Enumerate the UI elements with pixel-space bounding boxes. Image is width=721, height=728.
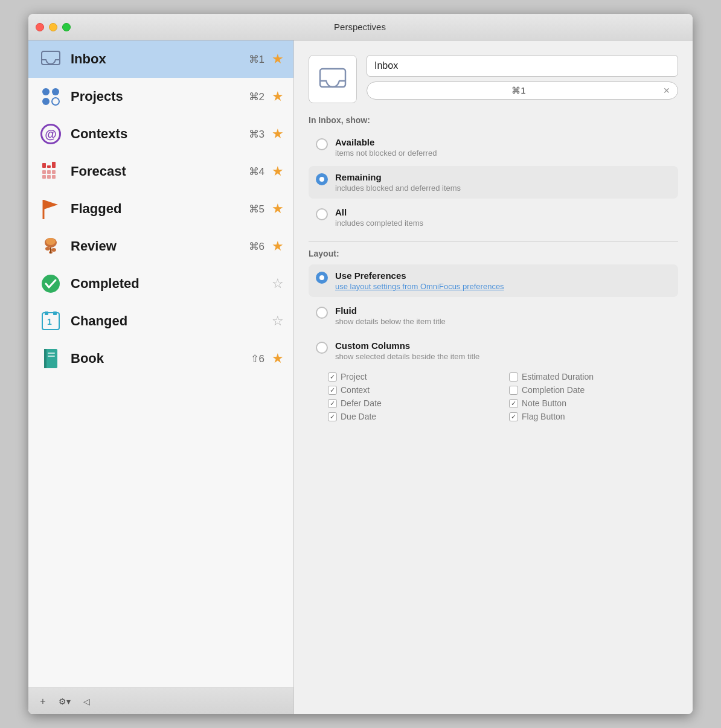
layout-section-label: Layout:: [309, 249, 678, 258]
checkbox-defer-date-box: [328, 399, 337, 408]
sidebar-list: Inbox ⌘1 ★ Projects ⌘2: [28, 40, 293, 688]
radio-fluid-circle: [316, 307, 328, 319]
checkbox-project[interactable]: Project: [328, 372, 497, 382]
forecast-icon: [38, 159, 63, 184]
svg-point-17: [46, 238, 56, 245]
radio-remaining-label: Remaining: [335, 172, 461, 182]
sidebar-item-inbox-star[interactable]: ★: [272, 51, 284, 67]
sidebar-item-contexts-shortcut: ⌘3: [249, 128, 264, 141]
svg-rect-0: [42, 51, 60, 65]
checkbox-completion-date[interactable]: Completion Date: [509, 385, 678, 395]
sidebar-item-flagged-star[interactable]: ★: [272, 201, 284, 217]
checkbox-grid: Project Estimated Duration Context Compl…: [328, 372, 678, 421]
radio-available[interactable]: Available items not blocked or deferred: [309, 131, 678, 164]
sidebar-item-flagged-label: Flagged: [71, 201, 249, 217]
svg-rect-28: [44, 349, 46, 368]
radio-remaining-sublabel: includes blocked and deferred items: [335, 184, 461, 193]
sidebar-item-book-star[interactable]: ★: [272, 351, 284, 366]
perspective-name-input[interactable]: [367, 55, 678, 77]
radio-fluid-text: Fluid show details below the item title: [335, 305, 446, 326]
sidebar-item-completed[interactable]: Completed ☆: [28, 265, 293, 302]
sidebar-item-contexts-label: Contexts: [71, 126, 249, 142]
checkbox-flag-button[interactable]: Flag Button: [509, 412, 678, 421]
checkbox-note-button[interactable]: Note Button: [509, 398, 678, 408]
contexts-icon: @: [38, 121, 63, 147]
sidebar-item-contexts-star[interactable]: ★: [272, 126, 284, 142]
sidebar-item-review-star[interactable]: ★: [272, 238, 284, 254]
sidebar-item-changed-label: Changed: [71, 313, 264, 329]
projects-icon: [38, 84, 63, 109]
sidebar-item-flagged[interactable]: Flagged ⌘5 ★: [28, 190, 293, 228]
main-content: Inbox ⌘1 ★ Projects ⌘2: [28, 40, 693, 714]
checkbox-defer-date[interactable]: Defer Date: [328, 398, 497, 408]
svg-point-18: [45, 247, 50, 251]
svg-marker-14: [43, 200, 58, 209]
radio-use-preferences[interactable]: Use Preferences use layout settings from…: [309, 264, 678, 297]
collapse-sidebar-button[interactable]: ◁: [77, 693, 96, 710]
radio-available-sublabel: items not blocked or deferred: [335, 148, 437, 158]
sidebar-item-changed-star[interactable]: ☆: [272, 313, 284, 329]
radio-custom-columns-text: Custom Columns show selected details bes…: [335, 340, 479, 361]
sidebar-item-projects-shortcut: ⌘2: [249, 91, 264, 103]
radio-custom-columns-circle: [316, 342, 328, 354]
close-button[interactable]: [36, 23, 44, 31]
radio-remaining[interactable]: Remaining includes blocked and deferred …: [309, 166, 678, 199]
clear-shortcut-button[interactable]: ✕: [663, 86, 670, 95]
maximize-button[interactable]: [62, 23, 71, 31]
completed-icon: [38, 271, 63, 296]
settings-button[interactable]: ⚙▾: [55, 693, 74, 710]
sidebar-item-forecast[interactable]: Forecast ⌘4 ★: [28, 153, 293, 190]
inbox-icon: [38, 46, 63, 72]
svg-rect-7: [52, 162, 56, 168]
svg-point-4: [52, 98, 59, 105]
add-perspective-button[interactable]: +: [33, 693, 53, 710]
sidebar-item-contexts[interactable]: @ Contexts ⌘3 ★: [28, 115, 293, 153]
sidebar-item-completed-star[interactable]: ☆: [272, 276, 284, 292]
checkbox-estimated-duration[interactable]: Estimated Duration: [509, 372, 678, 382]
detail-panel: ⌘1 ✕ In Inbox, show: Available items not…: [294, 40, 693, 714]
svg-rect-6: [47, 165, 51, 168]
radio-all-sublabel: includes completed items: [335, 219, 423, 228]
checkbox-project-box: [328, 372, 337, 382]
checkbox-context[interactable]: Context: [328, 385, 497, 395]
radio-use-preferences-label: Use Preferences: [335, 270, 504, 281]
radio-fluid-sublabel: show details below the item title: [335, 317, 446, 326]
sidebar: Inbox ⌘1 ★ Projects ⌘2: [28, 40, 294, 714]
radio-custom-columns-label: Custom Columns: [335, 340, 479, 351]
main-window: Perspectives Inbox ⌘1 ★: [28, 14, 693, 714]
radio-all-label: All: [335, 207, 423, 217]
svg-point-3: [42, 98, 50, 105]
detail-header: ⌘1 ✕: [309, 55, 678, 103]
sidebar-item-forecast-star[interactable]: ★: [272, 164, 284, 179]
sidebar-item-projects-star[interactable]: ★: [272, 89, 284, 104]
review-icon: [38, 234, 63, 259]
book-icon: [38, 346, 63, 371]
svg-point-22: [42, 275, 60, 293]
checkbox-due-date[interactable]: Due Date: [328, 412, 497, 421]
sidebar-item-inbox-shortcut: ⌘1: [249, 53, 264, 66]
checkbox-due-date-box: [328, 412, 337, 421]
sidebar-item-forecast-label: Forecast: [71, 164, 249, 179]
preferences-link[interactable]: use layout settings from OmniFocus prefe…: [335, 282, 504, 291]
sidebar-item-review[interactable]: Review ⌘6 ★: [28, 228, 293, 265]
svg-rect-12: [47, 175, 51, 179]
radio-all[interactable]: All includes completed items: [309, 201, 678, 234]
checkbox-project-label: Project: [341, 372, 367, 382]
sidebar-item-flagged-shortcut: ⌘5: [249, 203, 264, 216]
sidebar-item-book-label: Book: [71, 351, 251, 366]
svg-rect-9: [47, 170, 51, 174]
svg-rect-10: [52, 170, 56, 174]
sidebar-item-inbox[interactable]: Inbox ⌘1 ★: [28, 40, 293, 78]
titlebar: Perspectives: [28, 14, 693, 40]
svg-rect-24: [45, 311, 48, 315]
svg-rect-13: [52, 175, 56, 179]
sidebar-item-book[interactable]: Book ⇧6 ★: [28, 340, 293, 377]
minimize-button[interactable]: [49, 23, 57, 31]
sidebar-item-changed[interactable]: 1 Changed ☆: [28, 302, 293, 340]
radio-custom-columns[interactable]: Custom Columns show selected details bes…: [309, 334, 678, 367]
radio-use-preferences-text: Use Preferences use layout settings from…: [335, 270, 504, 291]
radio-fluid[interactable]: Fluid show details below the item title: [309, 299, 678, 332]
svg-rect-8: [42, 170, 46, 174]
sidebar-item-projects[interactable]: Projects ⌘2 ★: [28, 78, 293, 115]
checkbox-note-button-label: Note Button: [522, 398, 566, 408]
